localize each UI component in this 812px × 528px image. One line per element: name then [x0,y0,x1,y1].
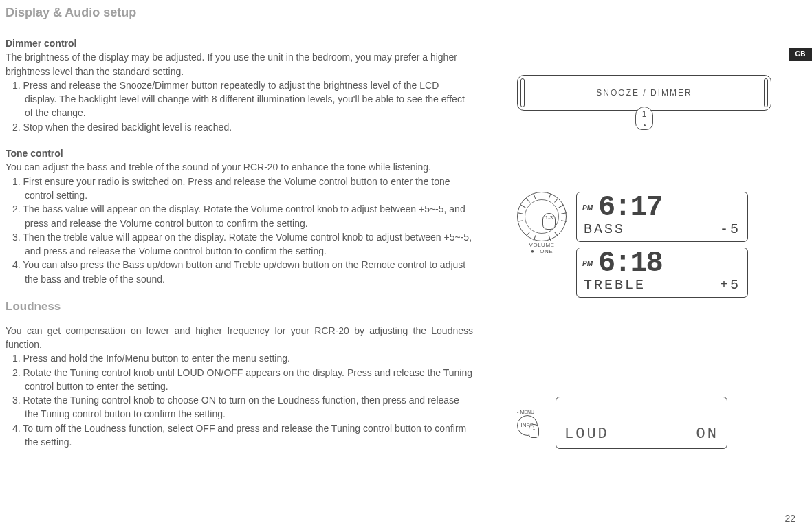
tone-step-4: 4. You can also press the Bass up/down b… [6,258,473,286]
tone-step-1: 1. First ensure your radio is switched o… [6,175,473,203]
dimmer-step-2: 2. Stop when the desired backlight level… [6,120,473,134]
lcd-bass-label: BASS [584,221,625,237]
press-callout-1: 1 [635,107,653,130]
loudness-step-4: 4. To turn off the Loudness function, se… [6,421,473,450]
tone-label: ● TONE [517,249,567,255]
loudness-step-3: 3. Rotate the Tuning control knob to cho… [6,393,473,421]
loudness-illustration: • MENU INFO 1 LOUD ON [517,397,771,449]
info-menu-button-icon: • MENU INFO 1 [517,410,543,437]
lcd-treble-value: +5 [720,277,740,293]
lcd-treble-label: TREBLE [584,277,646,293]
lcd-loud-display: LOUD ON [556,397,727,449]
pm-indicator: PM [582,260,593,267]
lcd-bass-value: -5 [720,221,740,237]
illustration-column: SNOOZE / DIMMER 1 [490,32,795,449]
tone-step-2: 2. The bass value will appear on the dis… [6,202,473,230]
press-callout-loud: 1 [529,424,539,438]
lcd-loud-value: ON [696,426,718,443]
clock-time-2: 6:18 [598,251,662,277]
snooze-dimmer-illustration: SNOOZE / DIMMER 1 [517,75,771,130]
loudness-step-2: 2. Rotate the Tuning control knob until … [6,366,473,394]
tone-control-illustration: 1-3 VOLUME ● TONE PM 6:17 BASS -5 [517,192,771,303]
snooze-dimmer-button-icon: SNOOZE / DIMMER [517,75,771,111]
loudness-step-1: 1. Press and hold the Info/Menu button t… [6,351,473,365]
page-number: 22 [784,513,795,524]
volume-dial-icon: 1-3 VOLUME ● TONE [517,192,567,255]
dimmer-intro: The brightness of the display may be adj… [6,50,473,78]
loudness-heading: Loudness [6,298,473,316]
tone-step-3: 3. Then the treble value will appear on … [6,230,473,258]
lcd-treble-display: PM 6:18 TREBLE +5 [576,248,748,298]
loudness-intro: You can get compensation on lower and hi… [6,324,473,352]
page-title: Display & Audio setup [6,6,795,20]
snooze-dimmer-label: SNOOZE / DIMMER [596,88,692,98]
lcd-bass-display: PM 6:17 BASS -5 [576,192,748,242]
clock-time-1: 6:17 [598,195,662,221]
dimmer-heading: Dimmer control [6,36,473,50]
press-callout-1-3: 1-3 [542,213,556,230]
tone-heading: Tone control [6,146,473,160]
tone-intro: You can adjust the bass and treble of th… [6,160,473,174]
menu-label: • MENU [517,410,543,415]
dimmer-step-1: 1. Press and release the Snooze/Dimmer b… [6,78,473,120]
pm-indicator: PM [582,204,593,212]
lcd-loud-label: LOUD [564,426,609,443]
text-column: Dimmer control The brightness of the dis… [6,32,473,449]
